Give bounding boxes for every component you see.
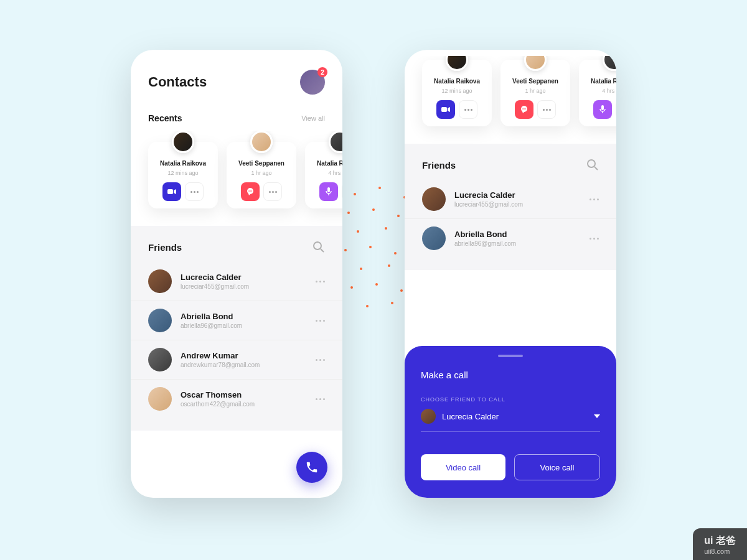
more-button[interactable] xyxy=(590,238,599,240)
recent-card[interactable]: Natalia Raikova 4 hrs ago xyxy=(305,142,342,208)
search-button[interactable] xyxy=(312,241,325,253)
avatar xyxy=(250,131,273,153)
video-call-button[interactable] xyxy=(436,100,455,119)
voice-call-button[interactable]: Voice call xyxy=(514,454,600,480)
chat-button[interactable] xyxy=(515,100,533,119)
selected-friend: Lucrecia Calder xyxy=(442,412,588,421)
avatar xyxy=(148,387,172,411)
friends-section: Friends Lucrecia Calder lucreciar455@gma… xyxy=(131,226,342,431)
chat-button[interactable] xyxy=(241,182,260,201)
recent-name: Natalia Raikova xyxy=(160,159,206,167)
avatar xyxy=(421,409,436,424)
sheet-title: Make a call xyxy=(421,370,600,380)
more-icon xyxy=(269,191,277,193)
friend-selector[interactable]: Lucrecia Calder xyxy=(421,409,600,432)
friend-row[interactable]: Lucrecia Calder lucreciar455@gmail.com xyxy=(405,180,616,219)
friend-name: Lucrecia Calder xyxy=(181,273,316,282)
more-button[interactable] xyxy=(316,320,325,322)
more-button[interactable] xyxy=(185,182,204,201)
phone-screen-2: Natalia Raikova 12 mins ago Veeti Seppan… xyxy=(405,50,616,498)
svg-point-3 xyxy=(250,190,251,192)
make-call-sheet: Make a call CHOOSE FRIEND TO CALL Lucrec… xyxy=(405,346,616,498)
avatar xyxy=(524,56,547,71)
chat-icon xyxy=(520,105,529,114)
watermark-url: uii8.com xyxy=(704,548,736,555)
avatar xyxy=(148,269,172,293)
search-icon xyxy=(312,241,325,253)
recent-card[interactable]: Natalia Raikova 12 mins ago xyxy=(148,142,218,208)
recent-name: Veeti Seppanen xyxy=(238,159,284,167)
svg-point-4 xyxy=(251,190,252,192)
friend-name: Oscar Thomsen xyxy=(181,390,316,399)
video-icon xyxy=(167,189,176,195)
mic-icon xyxy=(326,187,332,196)
watermark-text: ui 老爸 xyxy=(704,534,736,548)
search-button[interactable] xyxy=(586,159,599,171)
call-fab[interactable] xyxy=(296,452,327,483)
more-icon xyxy=(543,109,551,111)
watermark: ui 老爸 uii8.com xyxy=(693,528,747,560)
more-button[interactable] xyxy=(316,398,325,400)
more-button[interactable] xyxy=(263,182,282,201)
friends-section: Friends Lucrecia Calder lucreciar455@gma… xyxy=(405,144,616,270)
svg-rect-0 xyxy=(167,189,173,194)
friend-row[interactable]: Andrew Kumar andrewkumar78@gmail.com xyxy=(131,340,342,380)
friend-row[interactable]: Abriella Bond abriella96@gmail.com xyxy=(131,301,342,340)
recent-card[interactable]: Veeti Seppanen 1 hr ago xyxy=(227,142,296,208)
recent-name: Natalia Raikova xyxy=(434,77,480,85)
recent-card[interactable]: Veeti Seppanen 1 hr ago xyxy=(500,60,570,126)
more-button[interactable] xyxy=(316,359,325,361)
recent-time: 4 hrs ago xyxy=(602,88,616,94)
recent-time: 1 hr ago xyxy=(251,170,271,176)
recents-carousel[interactable]: Natalia Raikova 12 mins ago Veeti Seppan… xyxy=(131,131,342,226)
friend-email: lucreciar455@gmail.com xyxy=(454,201,590,208)
friend-row[interactable]: Oscar Thomsen oscarthom422@gmail.com xyxy=(131,380,342,418)
more-button[interactable] xyxy=(590,198,599,200)
friend-row[interactable]: Lucrecia Calder lucreciar455@gmail.com xyxy=(131,262,342,301)
svg-line-15 xyxy=(594,167,598,170)
friends-label: Friends xyxy=(422,160,456,170)
friend-name: Andrew Kumar xyxy=(181,351,316,360)
friend-name: Abriella Bond xyxy=(181,312,316,321)
friend-row[interactable]: Abriella Bond abriella96@gmail.com xyxy=(405,219,616,258)
more-button[interactable] xyxy=(459,100,477,119)
notification-badge: 2 xyxy=(317,67,327,77)
more-button[interactable] xyxy=(342,182,342,201)
avatar xyxy=(603,56,616,71)
recent-card[interactable]: Natalia Raikova 12 mins ago xyxy=(422,60,492,126)
friend-email: abriella96@gmail.com xyxy=(181,322,316,329)
svg-point-11 xyxy=(524,108,525,110)
friend-email: andrewkumar78@gmail.com xyxy=(181,362,316,368)
video-call-button[interactable] xyxy=(162,182,181,201)
more-button[interactable] xyxy=(616,100,616,119)
mic-icon xyxy=(599,105,606,114)
chevron-down-icon xyxy=(594,414,600,418)
more-button[interactable] xyxy=(537,100,556,119)
recents-carousel[interactable]: Natalia Raikova 12 mins ago Veeti Seppan… xyxy=(405,56,616,144)
svg-point-6 xyxy=(314,242,321,250)
friends-label: Friends xyxy=(148,242,182,253)
recent-name: Natalia Raikova xyxy=(317,159,342,167)
avatar xyxy=(422,187,446,211)
video-call-button[interactable]: Video call xyxy=(421,454,505,480)
svg-point-2 xyxy=(248,190,250,192)
recents-label: Recents xyxy=(148,113,182,123)
recent-time: 12 mins ago xyxy=(167,170,198,176)
recent-card[interactable]: Natalia Raikova 4 hrs ago xyxy=(579,60,616,126)
recent-time: 4 hrs ago xyxy=(328,170,342,176)
profile-avatar[interactable]: 2 xyxy=(300,70,325,95)
voice-button[interactable] xyxy=(593,100,612,119)
friend-name: Lucrecia Calder xyxy=(454,190,590,200)
phone-screen-1: Contacts 2 Recents View all Natalia Raik… xyxy=(131,50,342,498)
voice-button[interactable] xyxy=(319,182,338,201)
sheet-handle[interactable] xyxy=(498,355,523,357)
svg-rect-13 xyxy=(601,105,604,110)
avatar xyxy=(329,131,342,153)
video-icon xyxy=(441,106,450,113)
svg-point-14 xyxy=(588,160,595,167)
avatar xyxy=(446,56,468,71)
avatar xyxy=(148,309,172,332)
more-icon xyxy=(190,191,199,193)
more-button[interactable] xyxy=(316,281,325,282)
view-all-link[interactable]: View all xyxy=(301,114,325,122)
